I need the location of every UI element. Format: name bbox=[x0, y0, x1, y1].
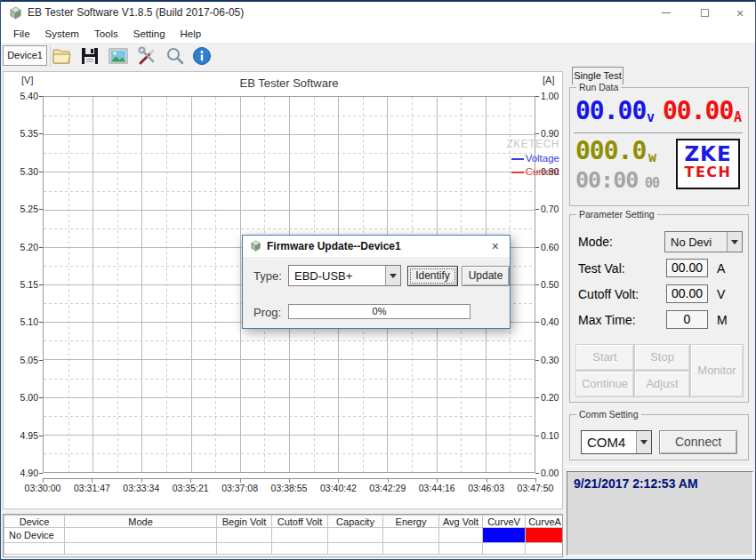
x-axis-tick bbox=[487, 478, 487, 483]
x-axis-tick bbox=[535, 478, 536, 483]
table-cell[interactable] bbox=[328, 528, 383, 543]
left-axis-unit-label: [V] bbox=[21, 75, 33, 85]
right-panel-separator bbox=[566, 466, 753, 467]
table-header-mode: Mode bbox=[65, 516, 217, 528]
table-cell[interactable]: No Device bbox=[4, 528, 65, 543]
logo-line2: TECH bbox=[678, 165, 738, 180]
table-cell[interactable] bbox=[328, 543, 383, 555]
start-button[interactable]: Start bbox=[575, 344, 634, 371]
title-bar[interactable]: EB Tester Software V1.8.5 (Build 2017-06… bbox=[1, 2, 755, 24]
table-row[interactable] bbox=[4, 543, 564, 555]
menu-item-system[interactable]: System bbox=[39, 27, 85, 41]
power-display: 000.0 bbox=[575, 139, 646, 164]
com-port-select[interactable]: COM4 bbox=[581, 430, 652, 454]
y-axis-right-tick bbox=[535, 436, 539, 436]
table-cell[interactable] bbox=[483, 528, 526, 543]
test-val-label: Test Val: bbox=[578, 261, 625, 276]
firmware-type-select[interactable]: EBD-USB+ bbox=[288, 265, 401, 286]
mode-select[interactable]: No Devi bbox=[664, 231, 743, 252]
table-cell[interactable] bbox=[217, 528, 272, 543]
dialog-close-button[interactable]: × bbox=[488, 236, 503, 257]
cutoff-volt-input[interactable]: 00.00 bbox=[666, 284, 708, 303]
parameter-setting-group-label: Parameter Setting bbox=[576, 209, 657, 220]
window-border-left bbox=[0, 0, 1, 560]
zoom-icon[interactable] bbox=[165, 45, 186, 67]
tools-icon[interactable] bbox=[136, 45, 157, 67]
parameter-setting-group: Parameter Setting Mode: No Devi Test Val… bbox=[569, 214, 749, 403]
prog-label: Prog: bbox=[253, 306, 281, 319]
y-axis-left-tick-label: 4.95 bbox=[4, 430, 38, 441]
continue-button[interactable]: Continue bbox=[575, 371, 634, 397]
y-axis-right-tick-label: 0.00 bbox=[541, 468, 566, 478]
open-folder-icon[interactable] bbox=[51, 45, 72, 67]
table-cell[interactable] bbox=[383, 528, 439, 543]
menu-item-setting[interactable]: Setting bbox=[127, 27, 172, 41]
x-axis-tick-label: 03:38:55 bbox=[262, 483, 316, 493]
x-axis-tick bbox=[338, 478, 339, 483]
x-axis-tick bbox=[43, 478, 44, 483]
test-val-input[interactable]: 00.00 bbox=[666, 259, 708, 277]
connect-button[interactable]: Connect bbox=[659, 430, 737, 454]
x-axis-tick bbox=[190, 478, 191, 483]
table-header-device: Device bbox=[4, 516, 65, 528]
x-axis-tick-label: 03:42:29 bbox=[361, 483, 414, 493]
stop-button[interactable]: Stop bbox=[634, 344, 690, 371]
dialog-title-bar[interactable]: Firmware Update--Device1 × bbox=[243, 236, 510, 257]
y-axis-right-tick bbox=[535, 360, 539, 361]
table-cell[interactable] bbox=[272, 543, 328, 555]
dialog-title: Firmware Update--Device1 bbox=[267, 236, 401, 257]
device-tab-button[interactable]: Device1 bbox=[3, 45, 47, 66]
y-axis-right-tick bbox=[535, 284, 539, 285]
time-seconds-display: 00 bbox=[645, 177, 659, 190]
table-cell[interactable] bbox=[526, 543, 564, 555]
y-axis-right-tick-label: 0.20 bbox=[541, 392, 566, 403]
identify-button[interactable]: Identify bbox=[407, 266, 458, 286]
menu-item-tools[interactable]: Tools bbox=[88, 27, 125, 41]
maximize-button[interactable] bbox=[689, 2, 720, 24]
menu-item-file[interactable]: File bbox=[7, 27, 36, 41]
menu-item-help[interactable]: Help bbox=[174, 27, 208, 41]
adjust-button[interactable]: Adjust bbox=[634, 371, 690, 397]
y-axis-right-tick bbox=[535, 247, 539, 248]
table-cell[interactable] bbox=[4, 543, 65, 555]
y-axis-left-tick bbox=[39, 473, 43, 474]
chevron-down-icon[interactable] bbox=[636, 431, 651, 453]
monitor-button[interactable]: Monitor bbox=[690, 344, 744, 397]
table-cell[interactable] bbox=[383, 543, 439, 555]
x-axis-tick-label: 03:37:08 bbox=[213, 483, 267, 493]
right-axis-unit-label: [A] bbox=[543, 75, 554, 85]
table-cell[interactable] bbox=[439, 543, 483, 555]
y-axis-left-tick bbox=[39, 209, 43, 210]
max-time-unit: M bbox=[717, 313, 728, 327]
legend-voltage: Voltage bbox=[417, 153, 559, 164]
table-cell[interactable] bbox=[526, 528, 564, 543]
table-row[interactable]: No Device bbox=[4, 528, 564, 543]
table-cell[interactable] bbox=[483, 543, 526, 555]
power-unit: w bbox=[648, 151, 655, 164]
y-axis-right-tick bbox=[535, 133, 539, 134]
y-axis-right-tick bbox=[535, 96, 539, 97]
chevron-down-icon[interactable] bbox=[385, 266, 400, 285]
table-cell[interactable] bbox=[439, 528, 483, 543]
image-icon[interactable] bbox=[108, 45, 129, 67]
y-axis-left-tick bbox=[39, 247, 43, 248]
x-axis-tick-label: 03:40:42 bbox=[311, 483, 365, 493]
table-cell[interactable] bbox=[217, 543, 272, 555]
y-axis-right-tick-label: 0.60 bbox=[541, 242, 566, 252]
max-time-input[interactable]: 0 bbox=[666, 310, 708, 329]
comm-setting-group-label: Comm Setting bbox=[576, 409, 641, 420]
y-axis-left-tick bbox=[39, 397, 43, 398]
save-icon[interactable] bbox=[79, 45, 101, 67]
close-button[interactable]: × bbox=[725, 2, 755, 24]
table-cell[interactable] bbox=[272, 528, 328, 543]
x-axis-tick bbox=[388, 478, 389, 483]
y-axis-left-tick-label: 5.35 bbox=[4, 128, 38, 139]
update-button[interactable]: Update bbox=[462, 266, 510, 286]
x-axis-tick-label: 03:44:16 bbox=[410, 483, 463, 493]
minimize-button[interactable] bbox=[651, 2, 681, 24]
table-cell[interactable] bbox=[65, 543, 217, 555]
info-icon[interactable] bbox=[191, 45, 213, 67]
table-cell[interactable] bbox=[65, 528, 217, 543]
chevron-down-icon[interactable] bbox=[727, 232, 742, 252]
status-timestamp: 9/21/2017 2:12:53 AM bbox=[574, 476, 698, 491]
